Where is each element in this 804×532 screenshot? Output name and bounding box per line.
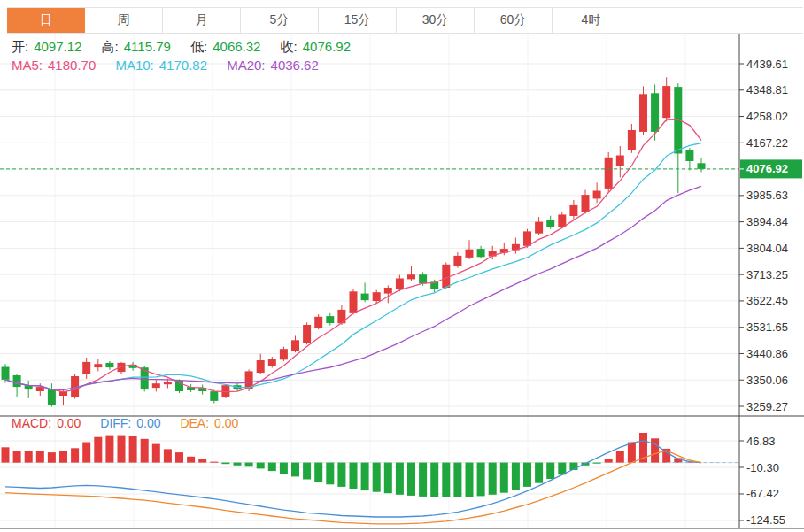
macd-bar: [257, 463, 265, 469]
macd-bar: [350, 463, 358, 489]
ma-readout: MA5:4180.70 MA10:4170.82 MA20:4036.62: [12, 58, 324, 73]
macd-bar: [82, 443, 90, 463]
candle-body: [350, 291, 358, 313]
macd-bar: [396, 463, 404, 495]
macd-bar: [373, 463, 381, 492]
candle-body: [628, 130, 636, 150]
ohlc-readout: 开:4097.12 高:4115.79 低:4066.32 收:4076.92: [12, 39, 356, 56]
candle-body: [651, 93, 659, 132]
ma5-line: [5, 120, 701, 392]
candle-body: [523, 231, 531, 245]
macd-bar: [175, 452, 183, 463]
axis-label: 4167.22: [746, 136, 788, 150]
candle-body: [36, 387, 44, 391]
candle-body: [303, 325, 311, 343]
candle-body: [419, 274, 427, 283]
candle-body: [257, 360, 265, 373]
macd-bar: [187, 457, 195, 463]
axis-label: 4439.61: [746, 58, 788, 71]
macd-bar: [303, 463, 311, 480]
axis-label: 3440.86: [746, 347, 788, 360]
candles: [2, 77, 706, 406]
candle-body: [593, 191, 601, 199]
axis-label: 3531.65: [746, 320, 788, 334]
candle-body: [164, 382, 172, 385]
macd-bar: [546, 463, 554, 479]
candle-body: [314, 317, 322, 328]
macd-bar: [164, 449, 172, 462]
candle-body: [453, 256, 461, 266]
ma20-label: MA20:: [227, 58, 265, 73]
open-label: 开:: [12, 39, 28, 54]
macd-bar: [651, 438, 659, 462]
macd-bar: [25, 451, 33, 463]
candlestick-chart[interactable]: 4439.614348.814258.024167.223985.633894.…: [0, 0, 804, 532]
macd-bar: [593, 463, 601, 464]
axis-label: 3894.84: [746, 215, 788, 228]
candle-body: [477, 249, 485, 257]
macd-label: MACD:: [12, 416, 51, 430]
low-label: 低:: [190, 39, 207, 54]
macd-bar: [489, 463, 497, 495]
candle-body: [685, 150, 693, 161]
macd-bar: [48, 452, 56, 463]
candle-body: [384, 288, 392, 294]
macd-bar: [280, 463, 288, 474]
candle-body: [2, 367, 10, 380]
macd-bar: [221, 463, 229, 465]
macd-bar: [523, 463, 531, 487]
low-value: 4066.32: [213, 39, 260, 54]
svg-text:4076.92: 4076.92: [746, 162, 788, 175]
macd-bar: [314, 463, 322, 482]
current-price-flag: 4076.92: [739, 159, 802, 178]
candle-body: [582, 195, 590, 212]
close-value: 4076.92: [303, 39, 351, 54]
kline-app: 日 周 月 5分 15分 30分 60分 4时 4439.614348.8142…: [0, 0, 804, 532]
candle-body: [13, 375, 21, 387]
close-label: 收:: [281, 39, 298, 54]
macd-bar: [466, 463, 474, 497]
candle-body: [175, 381, 183, 391]
candle-body: [210, 391, 218, 401]
macd-readout: MACD:0.00 DIFF:0.00 DEA:0.00: [12, 416, 244, 430]
macd-bar: [535, 463, 543, 483]
axis-label: 3713.25: [746, 268, 788, 281]
axis-label: 46.83: [746, 435, 776, 448]
candle-body: [48, 389, 56, 405]
axis-label: 3350.06: [746, 374, 788, 387]
candle-body: [326, 316, 334, 323]
candle-body: [698, 163, 706, 169]
macd-bar: [419, 463, 427, 497]
axis-label: -124.55: [746, 513, 785, 527]
high-value: 4115.79: [124, 39, 171, 54]
macd-bar: [361, 463, 369, 491]
ma10-label: MA10:: [115, 58, 153, 73]
macd-bar: [291, 463, 299, 477]
macd-bar: [430, 463, 438, 497]
macd-bar: [234, 463, 242, 466]
candle-body: [94, 364, 102, 367]
macd-bar: [628, 443, 636, 463]
macd-bar: [152, 444, 160, 463]
macd-bar: [407, 463, 415, 496]
diff-value: 0.00: [136, 416, 160, 430]
macd-bar: [94, 437, 102, 463]
candle-body: [616, 156, 624, 166]
macd-bar: [477, 463, 485, 497]
macd-bar: [326, 463, 334, 485]
axis-label: -67.42: [746, 487, 779, 500]
axis-label: 3259.27: [746, 400, 788, 413]
macd-value: 0.00: [57, 416, 81, 430]
macd-histogram: [2, 433, 694, 497]
candle-body: [396, 279, 404, 290]
candle-body: [442, 265, 450, 288]
candle-body: [361, 294, 369, 301]
axis-label: 3804.04: [746, 242, 788, 255]
candle-body: [268, 359, 276, 366]
candle-body: [407, 274, 415, 279]
high-label: 高:: [102, 39, 119, 54]
candle-body: [662, 86, 670, 118]
axis-labels: 4439.614348.814258.024167.223985.633894.…: [739, 58, 788, 528]
candle-body: [639, 94, 647, 132]
ma20-line: [5, 186, 701, 389]
